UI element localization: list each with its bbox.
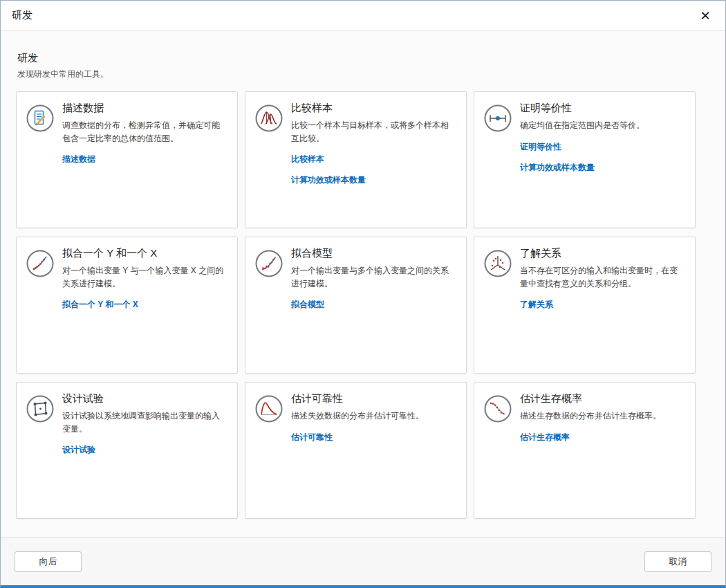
close-button[interactable]: ✕	[695, 6, 716, 26]
link-fit-one-y-one-x[interactable]: 拟合一个 Y 和一个 X	[62, 299, 138, 311]
link-estimate-reliability[interactable]: 估计可靠性	[291, 432, 333, 443]
prove-equivalence-icon	[484, 104, 512, 132]
tool-card-grid: 描述数据 调查数据的分布，检测异常值，并确定可能包含一定比率的总体的值范围。 描…	[16, 91, 710, 519]
card-description: 描述失效数据的分布并估计可靠性。	[291, 410, 456, 423]
card-body: 拟合一个 Y 和一个 X 对一个输出变量 Y 与一个输入变量 X 之间的关系进行…	[62, 246, 227, 365]
card-understand-relationships: 了解关系 当不存在可区分的输入和输出变量时，在变量中查找有意义的关系和分组。 了…	[474, 237, 696, 374]
link-design-experiment[interactable]: 设计试验	[62, 444, 95, 456]
link-estimate-survival[interactable]: 估计生存概率	[520, 432, 570, 443]
card-description: 设计试验以系统地调查影响输出变量的输入变量。	[62, 410, 227, 435]
link-power-sample-size[interactable]: 计算功效或样本数量	[291, 174, 366, 186]
dialog-content: 研发 发现研发中常用的工具。 描述数据	[1, 31, 725, 537]
fit-one-y-one-x-icon	[26, 250, 54, 277]
card-title: 证明等价性	[520, 102, 685, 115]
link-prove-equivalence[interactable]: 证明等价性	[520, 141, 561, 153]
card-description: 比较一个样本与目标样本，或将多个样本相互比较。	[291, 119, 456, 145]
section-title: 研发	[17, 52, 709, 65]
dialog-window: 研发 ✕ 研发 发现研发中常用的工具。	[0, 0, 726, 588]
card-title: 拟合模型	[291, 247, 456, 260]
design-experiment-icon	[26, 395, 54, 423]
card-title: 了解关系	[520, 247, 685, 260]
card-fit-one-y-one-x: 拟合一个 Y 和一个 X 对一个输出变量 Y 与一个输入变量 X 之间的关系进行…	[16, 237, 238, 374]
card-prove-equivalence: 证明等价性 确定均值在指定范围内是否等价。 证明等价性 计算功效或样本数量	[474, 91, 696, 228]
card-compare-samples: 比较样本 比较一个样本与目标样本，或将多个样本相互比较。 比较样本 计算功效或样…	[245, 91, 467, 228]
link-fit-model[interactable]: 拟合模型	[291, 299, 324, 311]
card-description: 对一个输出变量与多个输入变量之间的关系进行建模。	[291, 264, 456, 290]
understand-relationships-icon	[484, 250, 512, 277]
card-describe-data: 描述数据 调查数据的分布，检测异常值，并确定可能包含一定比率的总体的值范围。 描…	[16, 91, 238, 228]
card-body: 估计生存概率 描述生存数据的分布并估计生存概率。 估计生存概率	[520, 391, 685, 510]
dialog-titlebar: 研发 ✕	[1, 1, 725, 31]
estimate-reliability-icon	[255, 395, 283, 423]
card-title: 拟合一个 Y 和一个 X	[62, 247, 227, 260]
card-design-experiment: 设计试验 设计试验以系统地调查影响输出变量的输入变量。 设计试验	[16, 382, 238, 519]
card-title: 描述数据	[62, 102, 227, 115]
card-description: 描述生存数据的分布并估计生存概率。	[520, 410, 685, 423]
dialog-footer: 向后 取消	[1, 537, 725, 585]
card-description: 确定均值在指定范围内是否等价。	[520, 119, 685, 132]
fit-model-icon	[255, 250, 283, 277]
card-title: 估计生存概率	[520, 392, 685, 405]
card-estimate-reliability: 估计可靠性 描述失效数据的分布并估计可靠性。 估计可靠性	[245, 382, 467, 519]
estimate-survival-icon	[484, 395, 512, 423]
link-understand-relationships[interactable]: 了解关系	[520, 299, 553, 311]
card-title: 估计可靠性	[291, 392, 456, 405]
dialog-title: 研发	[12, 9, 695, 22]
card-body: 拟合模型 对一个输出变量与多个输入变量之间的关系进行建模。 拟合模型	[291, 246, 456, 365]
section-subtitle: 发现研发中常用的工具。	[17, 68, 709, 80]
close-icon: ✕	[700, 8, 710, 24]
compare-samples-icon	[255, 104, 283, 132]
card-description: 当不存在可区分的输入和输出变量时，在变量中查找有意义的关系和分组。	[520, 264, 685, 290]
card-body: 估计可靠性 描述失效数据的分布并估计可靠性。 估计可靠性	[291, 391, 456, 510]
back-button[interactable]: 向后	[15, 551, 82, 572]
card-title: 比较样本	[291, 102, 456, 115]
cancel-button[interactable]: 取消	[644, 551, 711, 572]
card-fit-model: 拟合模型 对一个输出变量与多个输入变量之间的关系进行建模。 拟合模型	[245, 237, 467, 374]
card-body: 设计试验 设计试验以系统地调查影响输出变量的输入变量。 设计试验	[62, 391, 227, 510]
card-title: 设计试验	[62, 392, 227, 405]
card-body: 了解关系 当不存在可区分的输入和输出变量时，在变量中查找有意义的关系和分组。 了…	[520, 246, 685, 365]
card-description: 调查数据的分布，检测异常值，并确定可能包含一定比率的总体的值范围。	[62, 119, 227, 145]
describe-data-icon	[26, 104, 54, 132]
card-estimate-survival: 估计生存概率 描述生存数据的分布并估计生存概率。 估计生存概率	[474, 382, 696, 519]
link-power-sample-size[interactable]: 计算功效或样本数量	[520, 162, 595, 174]
link-compare-samples[interactable]: 比较样本	[291, 154, 324, 165]
card-body: 证明等价性 确定均值在指定范围内是否等价。 证明等价性 计算功效或样本数量	[520, 100, 685, 219]
card-body: 描述数据 调查数据的分布，检测异常值，并确定可能包含一定比率的总体的值范围。 描…	[62, 100, 227, 219]
card-body: 比较样本 比较一个样本与目标样本，或将多个样本相互比较。 比较样本 计算功效或样…	[291, 100, 456, 219]
link-describe-data[interactable]: 描述数据	[62, 154, 95, 165]
card-description: 对一个输出变量 Y 与一个输入变量 X 之间的关系进行建模。	[62, 264, 227, 290]
